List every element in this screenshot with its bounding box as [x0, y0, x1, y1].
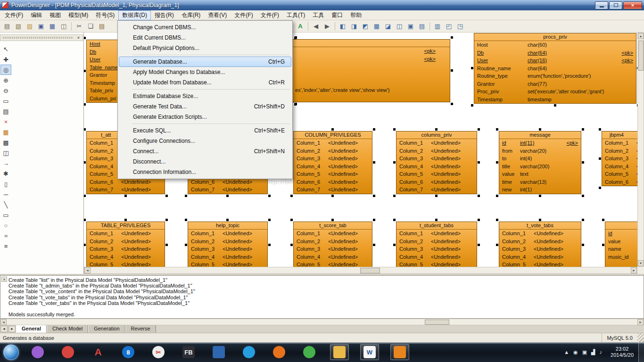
table-t-vote-tabs[interactable]: t_vote_tabsColumn_1<Undefined>Column_2<U…	[499, 222, 581, 267]
selection-handle[interactable]	[435, 219, 438, 221]
selection-handle[interactable]	[471, 67, 473, 69]
taskbar-app-green-circle-icon[interactable]	[300, 344, 319, 360]
menubar-item-15[interactable]: 帮助	[347, 10, 365, 20]
canvas-hscroll-thumb[interactable]	[360, 268, 380, 273]
zoom-tool-icon[interactable]: ◎	[0, 65, 11, 75]
table-help-topic[interactable]: help_topicColumn_1<Undefined>Column_2<Un…	[188, 222, 268, 267]
selection-handle[interactable]	[599, 187, 601, 189]
menubar-item-6[interactable]: 数据库(D)	[118, 10, 151, 20]
taskbar-app-snip-icon[interactable]: ✂	[149, 344, 168, 360]
menu-item-disconnect[interactable]: Disconnect...	[119, 156, 291, 167]
tray-expand-icon[interactable]: ▲	[564, 350, 569, 355]
menubar-item-14[interactable]: 窗口	[328, 10, 347, 20]
delete-tool-icon[interactable]: ×	[0, 116, 11, 127]
output-hscroll-thumb[interactable]	[425, 320, 449, 325]
menu-item-apply-model-changes-to-database[interactable]: Apply Model Changes to Database...	[119, 67, 291, 77]
selection-handle[interactable]	[226, 195, 229, 197]
previous-icon[interactable]: ◀	[311, 22, 321, 31]
selection-handle[interactable]	[84, 103, 86, 106]
polyline-tool-icon[interactable]: ≈	[0, 230, 11, 241]
table-jbpm4[interactable]: jbpm4Column_1<Undefined>Column_2<Undefin…	[602, 131, 637, 186]
table-t-score-tab[interactable]: t_score_tabColumn_1<Undefined>Column_2<U…	[293, 222, 372, 267]
selection-handle[interactable]	[478, 161, 480, 164]
selection-handle[interactable]	[373, 244, 375, 246]
selection-handle[interactable]	[290, 195, 293, 197]
selection-handle[interactable]	[373, 128, 375, 131]
selection-handle[interactable]	[84, 244, 86, 246]
menubar-item-8[interactable]: 仓库(R)	[178, 10, 205, 20]
tray-network-icon[interactable]: ▟	[591, 350, 595, 355]
canvas-vscroll-thumb[interactable]	[638, 41, 644, 71]
taskbar-app-red-petal-icon[interactable]	[58, 344, 77, 360]
selection-handle[interactable]	[582, 128, 584, 131]
canvas-hscrollbar[interactable]: ◄ ►	[84, 267, 637, 274]
taskbar-app-purple-ball-icon[interactable]	[28, 344, 47, 360]
new-document-icon[interactable]: ▤	[2, 22, 12, 31]
output-scroll-right-icon[interactable]: ►	[637, 319, 644, 325]
taskbar-app-fb-icon[interactable]: FB	[179, 344, 198, 360]
selection-handle[interactable]	[582, 219, 584, 221]
package-tool-icon[interactable]: ▦	[0, 127, 11, 137]
selection-handle[interactable]	[393, 219, 396, 221]
selection-handle[interactable]	[582, 244, 584, 246]
open-folder-icon[interactable]: ▨	[25, 22, 35, 31]
menu-item-change-current-dbms[interactable]: Change Current DBMS...	[119, 22, 291, 33]
menubar-item-5[interactable]: 符号(S)	[92, 10, 118, 20]
selection-handle[interactable]	[290, 219, 293, 221]
open-diagram-tool-icon[interactable]: ▭	[0, 96, 11, 106]
selection-handle[interactable]	[602, 244, 604, 246]
menubar-item-7[interactable]: 报告(R)	[151, 10, 178, 20]
selection-handle[interactable]	[451, 36, 453, 39]
selection-handle[interactable]	[496, 195, 498, 197]
title-bar[interactable]: PowerDesigner - [PDM PhysicalDataModel_1…	[0, 0, 644, 10]
menubar-item-2[interactable]: 编辑	[27, 10, 46, 20]
tab-check-model[interactable]: Check Model	[47, 325, 88, 333]
pointer-tool-icon[interactable]: ↖	[0, 44, 11, 54]
selection-handle[interactable]	[84, 70, 86, 72]
window-split-icon[interactable]: ◨	[349, 22, 359, 31]
start-button[interactable]	[3, 345, 19, 360]
selection-handle[interactable]	[268, 219, 271, 221]
taskbar-app-word-icon[interactable]: W	[360, 344, 379, 360]
selection-handle[interactable]	[84, 219, 86, 221]
selection-handle[interactable]	[496, 161, 498, 164]
selection-handle[interactable]	[539, 195, 541, 197]
selection-handle[interactable]	[471, 104, 473, 107]
panel-header[interactable]: ×	[0, 34, 83, 41]
taskbar-app-firefox-icon[interactable]	[270, 344, 289, 360]
menubar-item-12[interactable]: 工具(T)	[283, 10, 309, 20]
selection-handle[interactable]	[496, 219, 498, 221]
selection-handle[interactable]	[435, 195, 438, 197]
ellipse-tool-icon[interactable]: ○	[0, 220, 11, 230]
menu-item-update-model-from-database[interactable]: Update Model from Database...Ctrl+R	[119, 77, 291, 88]
table-table-privileges[interactable]: TABLE_PRIVILEGESColumn_1<Undefined>Colum…	[86, 222, 165, 267]
selection-handle[interactable]	[496, 128, 498, 131]
window-frame-icon[interactable]: ▣	[405, 22, 416, 31]
properties-tool-icon[interactable]: ▤	[0, 106, 11, 116]
view-list-icon[interactable]: ▥	[432, 22, 443, 31]
selection-handle[interactable]	[268, 244, 271, 246]
selection-handle[interactable]	[331, 219, 334, 221]
menubar-item-11[interactable]: 文件(F)	[257, 10, 283, 20]
menubar-item-13[interactable]: 工具	[309, 10, 328, 20]
tab-scroll-right-icon[interactable]: ►	[8, 326, 16, 332]
selection-handle[interactable]	[393, 161, 396, 164]
restore-button[interactable]	[609, 1, 622, 9]
minimize-button[interactable]	[595, 1, 608, 9]
selection-handle[interactable]	[185, 244, 187, 246]
next-icon[interactable]: ▶	[322, 22, 332, 31]
tab-scroll-left-icon[interactable]: ◄	[0, 326, 8, 332]
selection-handle[interactable]	[582, 195, 584, 197]
menu-item-generate-extraction-scripts[interactable]: Generate Extraction Scripts...	[119, 112, 291, 122]
selection-handle[interactable]	[268, 195, 271, 197]
selection-handle[interactable]	[124, 195, 127, 197]
selection-handle[interactable]	[290, 244, 293, 246]
selection-handle[interactable]	[331, 128, 334, 131]
selection-handle[interactable]	[496, 244, 498, 246]
window-grid-icon[interactable]: ▦	[372, 22, 382, 31]
menu-item-execute-sql[interactable]: Execute SQL...Ctrl+Shift+E	[119, 125, 291, 136]
selection-handle[interactable]	[124, 219, 127, 221]
selection-handle[interactable]	[165, 219, 168, 221]
print-icon[interactable]: ◫	[58, 22, 69, 31]
taskbar-clock[interactable]: 23:02 2014/5/20	[611, 346, 634, 358]
